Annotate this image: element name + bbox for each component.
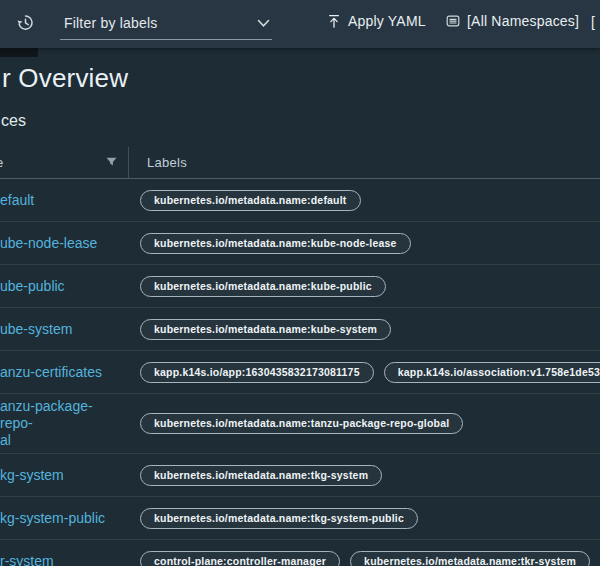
table-row: r-system control-plane:controller-manage… (0, 540, 600, 566)
clipped-topbar-item[interactable]: [ (591, 14, 595, 30)
label-pill[interactable]: kubernetes.io/metadata.name:kube-public (140, 276, 386, 297)
namespace-link[interactable]: kg-system-public (0, 510, 105, 527)
history-icon (16, 13, 35, 32)
label-pill[interactable]: kubernetes.io/metadata.name:tkg-system (140, 465, 382, 486)
page-title: r Overview (2, 62, 600, 94)
filter-select-value: Filter by labels (60, 15, 257, 31)
label-pill[interactable]: kapp.k14s.io/association:v1.758e1de538 (384, 362, 600, 383)
table-row: ube-node-lease kubernetes.io/metadata.na… (0, 222, 600, 265)
label-pill[interactable]: kubernetes.io/metadata.name:kube-system (140, 319, 391, 340)
label-pill[interactable]: kubernetes.io/metadata.name:tkg-system-p… (140, 508, 418, 529)
label-pill[interactable]: kapp.k14s.io/app:1630435832173081175 (140, 362, 374, 383)
namespaces-icon (446, 14, 460, 28)
label-pill[interactable]: kubernetes.io/metadata.name:tanzu-packag… (140, 413, 463, 434)
label-pill[interactable]: kubernetes.io/metadata.name:tkr-system (350, 551, 590, 566)
namespace-link[interactable]: anzu-certificates (0, 364, 102, 381)
namespaces-table: e Labels efault kubernetes.io/metadata.n… (0, 147, 600, 566)
section-title-namespaces: ces (1, 111, 600, 130)
label-pill[interactable]: kubernetes.io/metadata.name:kube-node-le… (140, 233, 411, 254)
namespace-link[interactable]: ube-public (0, 278, 65, 295)
table-header-row: e Labels (0, 147, 600, 179)
apply-yaml-label: Apply YAML (348, 13, 426, 29)
labels-column-header: Labels (129, 155, 187, 170)
topbar: Filter by labels Apply YAML [All N (0, 0, 600, 48)
namespace-link[interactable]: ube-node-lease (0, 235, 97, 252)
name-column-header: e (0, 147, 129, 178)
history-button[interactable] (16, 13, 35, 32)
name-column-header-label: e (0, 155, 4, 170)
topbar-left-notch (0, 48, 38, 57)
chevron-down-icon (257, 19, 272, 28)
table-row: kg-system kubernetes.io/metadata.name:tk… (0, 454, 600, 497)
namespace-link[interactable]: efault (0, 192, 34, 209)
table-row: ube-system kubernetes.io/metadata.name:k… (0, 308, 600, 351)
namespace-link[interactable]: r-system (0, 553, 54, 566)
table-row: anzu-certificates kapp.k14s.io/app:16304… (0, 351, 600, 394)
namespace-selector-button[interactable]: [All Namespaces] (446, 13, 579, 29)
namespace-link[interactable]: anzu-package-repo- al (0, 398, 122, 449)
funnel-icon[interactable] (106, 157, 117, 168)
table-row: ube-public kubernetes.io/metadata.name:k… (0, 265, 600, 308)
table-row: anzu-package-repo- al kubernetes.io/meta… (0, 394, 600, 454)
namespace-link[interactable]: ube-system (0, 321, 72, 338)
upload-icon (327, 14, 341, 29)
filter-by-labels-select[interactable]: Filter by labels (60, 7, 272, 40)
label-pill[interactable]: kubernetes.io/metadata.name:default (140, 190, 361, 211)
apply-yaml-button[interactable]: Apply YAML (327, 13, 426, 29)
namespace-selector-label: [All Namespaces] (467, 13, 579, 29)
namespace-link[interactable]: kg-system (0, 467, 64, 484)
label-pill[interactable]: control-plane:controller-manager (140, 551, 340, 566)
table-row: kg-system-public kubernetes.io/metadata.… (0, 497, 600, 540)
table-row: efault kubernetes.io/metadata.name:defau… (0, 179, 600, 222)
